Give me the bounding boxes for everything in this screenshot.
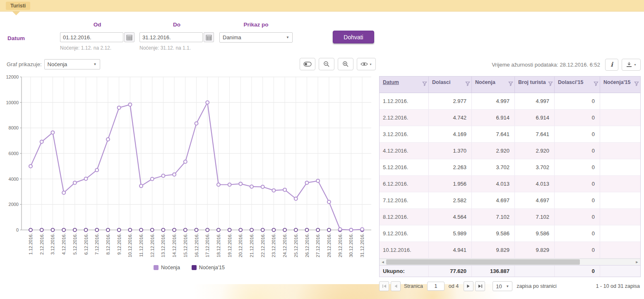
total-value	[515, 266, 555, 277]
column-header-no-enja15[interactable]: Noćenja'15	[600, 77, 640, 93]
legend-item-no-enja[interactable]: Noćenja	[154, 265, 180, 270]
page-number-input[interactable]	[427, 282, 445, 291]
filter-icon[interactable]	[548, 81, 553, 86]
svg-text:11.12.2016.: 11.12.2016.	[139, 233, 144, 257]
od-date-input[interactable]	[60, 32, 123, 42]
filter-icon[interactable]	[508, 81, 513, 86]
download-button[interactable]: ▼	[622, 59, 641, 71]
column-header-broj-turista[interactable]: Broj turista	[515, 77, 555, 93]
do-label: Do	[139, 22, 214, 28]
calendar-icon	[126, 34, 132, 41]
column-header-datum[interactable]: Datum	[380, 77, 429, 93]
cell-value: 3.702	[472, 159, 515, 175]
cell-value: 3.702	[515, 159, 555, 175]
table-row[interactable]: 7.12.2016.2.5824.6974.6970	[380, 192, 640, 209]
scroll-left-arrow[interactable]: ◀	[380, 259, 386, 265]
graf-prikazuje-label: Graf prikazuje:	[7, 61, 42, 67]
total-value: 0	[555, 266, 600, 277]
scroll-right-arrow[interactable]: ▶	[634, 259, 640, 265]
first-page-button[interactable]	[379, 281, 389, 291]
cell-value: 0	[555, 192, 600, 208]
zoom-in-icon	[342, 61, 349, 67]
table-row[interactable]: 6.12.2016.1.9564.0134.0130	[380, 176, 640, 192]
table-row[interactable]: 10.12.2016.4.9419.8299.8290	[380, 242, 640, 258]
svg-text:10000: 10000	[6, 100, 19, 105]
zoom-out-button[interactable]	[319, 58, 334, 70]
last-page-button[interactable]	[475, 281, 485, 291]
svg-text:23.12.2016.: 23.12.2016.	[271, 233, 276, 257]
cell-value: 9.829	[472, 242, 515, 258]
filter-icon[interactable]	[594, 81, 598, 86]
svg-text:25.12.2016.: 25.12.2016.	[293, 233, 298, 257]
total-label: Ukupno:	[380, 266, 429, 277]
graf-prikazuje-select[interactable]: Noćenja ▼	[44, 59, 100, 69]
series-visibility-button[interactable]: ▼	[357, 58, 376, 70]
line-chart: 0200040006000800010000120001.12.2016.2.1…	[3, 74, 375, 265]
table-panel: Vrijeme ažurnosti podataka: 28.12.2016. …	[379, 58, 641, 291]
filter-icon[interactable]	[465, 81, 470, 86]
cell-value: 9.829	[515, 242, 555, 258]
cell-value: 2.263	[429, 159, 472, 175]
prikaz-po-select[interactable]: Danima ▼	[219, 32, 293, 43]
svg-text:22.12.2016.: 22.12.2016.	[260, 233, 265, 257]
chevron-down-icon: ▼	[283, 33, 292, 42]
svg-text:0: 0	[16, 227, 19, 232]
table-row[interactable]: 5.12.2016.2.2633.7023.7020	[380, 159, 640, 176]
table-row[interactable]: 3.12.2016.4.1697.6417.6410	[380, 126, 640, 143]
cell-value: 0	[555, 159, 600, 175]
prikaz-po-value: Danima	[220, 34, 283, 41]
table-row[interactable]: 8.12.2016.4.5647.1027.1020	[380, 209, 640, 225]
cell-value: 7.641	[515, 126, 555, 142]
table-row[interactable]: 4.12.2016.1.3702.9202.9200	[380, 143, 640, 159]
first-page-icon	[382, 284, 387, 288]
page-size-select[interactable]: 10 ▼	[493, 281, 512, 291]
svg-text:18.12.2016.: 18.12.2016.	[216, 233, 221, 257]
horizontal-scrollbar[interactable]: ◀ ▶	[380, 258, 640, 265]
next-page-button[interactable]	[464, 281, 473, 291]
top-tab-bar: Turisti	[0, 0, 644, 12]
filter-icon[interactable]	[634, 81, 639, 86]
svg-text:2000: 2000	[9, 202, 19, 207]
svg-text:6.12.2016.: 6.12.2016.	[84, 233, 89, 255]
tab-turisti[interactable]: Turisti	[6, 2, 30, 10]
cell-date: 2.12.2016.	[380, 110, 429, 126]
cell-date: 3.12.2016.	[380, 126, 429, 142]
table-row[interactable]: 2.12.2016.4.7426.9146.9140	[380, 110, 640, 126]
column-header-dolasci[interactable]: Dolasci	[429, 77, 472, 93]
cell-value: 1.370	[429, 143, 472, 159]
cell-value: 6.914	[515, 110, 555, 126]
data-updated-text: Vrijeme ažurnosti podataka: 28.12.2016. …	[492, 62, 600, 68]
od-calendar-button[interactable]	[124, 32, 135, 42]
toggle-icon	[303, 62, 312, 67]
cell-value: 7.102	[472, 209, 515, 225]
zoom-in-button[interactable]	[338, 58, 353, 70]
svg-text:17.12.2016.: 17.12.2016.	[205, 233, 210, 257]
cell-date: 7.12.2016.	[380, 192, 429, 208]
legend-item-no-enja15[interactable]: Noćenja'15	[192, 265, 225, 270]
do-calendar-button[interactable]	[204, 32, 214, 42]
scrollbar-thumb[interactable]	[386, 259, 580, 265]
cell-value: 4.941	[429, 242, 472, 258]
info-button[interactable]: i	[605, 59, 618, 71]
dohvati-button[interactable]: Dohvati	[333, 31, 374, 43]
cell-date: 10.12.2016.	[380, 242, 429, 258]
column-header-no-enja[interactable]: Noćenja	[472, 77, 515, 93]
do-date-input[interactable]	[139, 32, 203, 42]
svg-text:4000: 4000	[9, 177, 19, 182]
cell-value: 4.013	[472, 176, 515, 192]
table-row[interactable]: 1.12.2016.2.9774.9974.9970	[380, 93, 640, 110]
cell-value	[600, 110, 640, 126]
filter-icon[interactable]	[422, 81, 427, 86]
cell-value: 0	[555, 126, 600, 142]
stranica-label: Stranica	[404, 283, 423, 289]
table-row[interactable]: 9.12.2016.5.9899.5869.5860	[380, 225, 640, 242]
cell-value	[600, 159, 640, 175]
chart-toggle-button[interactable]	[300, 58, 315, 70]
column-header-dolasci15[interactable]: Dolasci'15	[555, 77, 600, 93]
cell-value: 9.586	[472, 225, 515, 242]
totals-row: Ukupno: 77.620136.8870	[380, 265, 640, 277]
eye-icon	[360, 62, 368, 67]
svg-text:9.12.2016.: 9.12.2016.	[117, 233, 122, 255]
svg-text:10.12.2016.: 10.12.2016.	[127, 233, 132, 257]
prev-page-button[interactable]	[391, 281, 401, 291]
